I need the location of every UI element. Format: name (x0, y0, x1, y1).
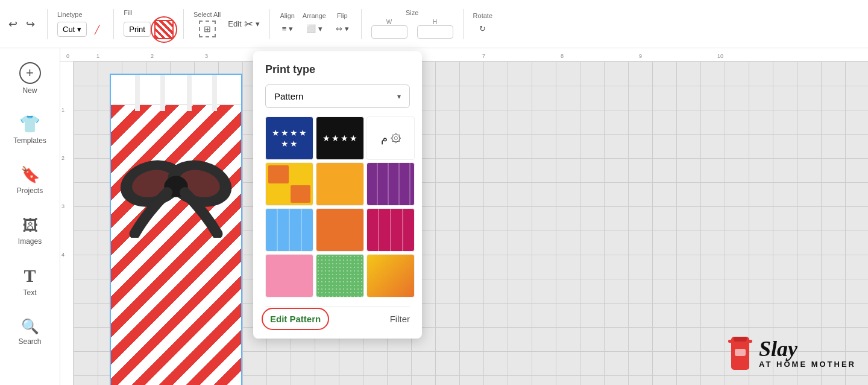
linetype-select[interactable]: Cut ▾ (57, 22, 87, 37)
images-icon: 🖼 (22, 216, 38, 235)
rotate-group: Rotate ↻ (473, 12, 492, 36)
pattern-stars-blue[interactable]: ★ ★ ★ ★ ★ ★ (265, 116, 313, 160)
fill-group: Fill Print (124, 9, 174, 39)
popup-title: Print type (265, 63, 410, 76)
select-all-label: Select All (193, 11, 221, 18)
bag-top (111, 75, 241, 105)
edit-arrow: ▾ (256, 19, 260, 28)
divider-4 (269, 9, 270, 39)
sidebar-item-text[interactable]: T Text (6, 257, 54, 305)
filter-label: Filter (390, 314, 410, 324)
edit-group[interactable]: Edit ✂ ▾ (228, 18, 259, 31)
line-color-icon[interactable]: ╱ (90, 23, 104, 36)
rotate-button[interactable]: ↻ (477, 22, 488, 36)
pattern-blue-lines[interactable] (265, 208, 313, 252)
fill-value: Print (129, 25, 145, 34)
sidebar-images-label: Images (18, 237, 42, 246)
popup-bottom: Edit Pattern Filter (265, 306, 410, 326)
svg-rect-6 (734, 337, 747, 342)
ruler-mark-3: 3 (205, 53, 208, 59)
pattern-green-speckle[interactable] (316, 254, 364, 298)
edit-label: Edit (228, 19, 241, 28)
sidebar-item-new[interactable]: + New (6, 54, 54, 103)
align-button[interactable]: ≡ ▾ (280, 22, 295, 36)
dropdown-arrow-icon: ▾ (397, 92, 401, 101)
projects-icon: 🔖 (20, 165, 40, 184)
sidebar-item-images[interactable]: 🖼 Images (6, 206, 54, 255)
ruler-mark-7: 7 (482, 53, 485, 59)
canvas-area: Slay AT HOME MOTHER (74, 62, 868, 385)
pattern-stars-black[interactable]: ★ ★ ★ ★ (316, 116, 364, 160)
divider-2 (113, 9, 114, 39)
sidebar-new-label: New (22, 86, 37, 95)
sidebar-item-search[interactable]: 🔍 Search (6, 308, 54, 356)
pattern-magenta[interactable] (366, 208, 415, 252)
sidebar-search-label: Search (18, 337, 41, 346)
height-input[interactable] (417, 25, 453, 39)
svg-rect-9 (735, 349, 746, 356)
pattern-arabic[interactable]: ۞ ﻡ (366, 116, 415, 160)
ruler-marks: 0 1 2 3 4 5 6 7 8 9 10 (60, 48, 868, 61)
size-group: Size W H (371, 9, 453, 39)
pattern-yellow-blocks[interactable] (265, 162, 313, 206)
scissors-icon: ✂ (244, 18, 253, 31)
svg-rect-7 (728, 340, 734, 343)
linetype-label: Linetype (57, 11, 83, 18)
flip-button[interactable]: ⇔ ▾ (333, 22, 351, 36)
sidebar-item-templates[interactable]: 👕 Templates (6, 105, 54, 153)
svg-rect-8 (746, 340, 752, 343)
pattern-orange-solid[interactable] (316, 208, 364, 252)
ruler-mark-9: 9 (639, 53, 642, 59)
bag-handle-left (135, 74, 165, 111)
ruler-mark-10: 10 (717, 53, 723, 59)
pattern-purple[interactable] (366, 162, 415, 206)
ruler-vertical: 1 2 3 4 (60, 62, 74, 385)
pattern-pink[interactable] (265, 254, 313, 298)
pattern-dropdown[interactable]: Pattern ▾ (265, 84, 410, 108)
ribbon-svg (117, 141, 235, 238)
size-label: Size (406, 9, 418, 16)
width-input[interactable] (371, 25, 407, 39)
divider-3 (183, 9, 184, 39)
divider-1 (47, 9, 48, 39)
edit-pattern-button[interactable]: Edit Pattern (265, 311, 326, 326)
sidebar-templates-label: Templates (13, 136, 46, 145)
undo-button[interactable]: ↩ (6, 15, 20, 33)
divider-5 (361, 9, 362, 39)
pattern-orange[interactable] (316, 162, 364, 206)
apron-icon (725, 334, 755, 373)
search-icon: 🔍 (21, 318, 39, 335)
design-canvas[interactable] (110, 74, 242, 385)
select-all-icon: ⊞ (199, 21, 216, 37)
logo-slay: Slay (759, 338, 856, 360)
ruler-mark-2: 2 (151, 53, 154, 59)
arrange-button[interactable]: ⬜ ▾ (304, 22, 325, 36)
fill-select[interactable]: Print (124, 22, 151, 37)
filter-button[interactable]: Filter (390, 314, 410, 324)
sidebar-item-projects[interactable]: 🔖 Projects (6, 156, 54, 204)
fill-preview-container[interactable] (154, 20, 174, 39)
linetype-group: Linetype Cut ▾ ╱ (57, 11, 104, 37)
ruler-vmark-1: 1 (61, 107, 64, 113)
logo: Slay AT HOME MOTHER (725, 334, 856, 373)
pattern-gradient-orange[interactable] (366, 254, 415, 298)
ruler-vmark-2: 2 (61, 155, 64, 161)
edit-pattern-label: Edit Pattern (270, 314, 321, 324)
ruler-mark-1: 1 (96, 53, 99, 59)
redo-button[interactable]: ↪ (24, 15, 37, 33)
ruler-horizontal: 0 1 2 3 4 5 6 7 8 9 10 (60, 48, 868, 62)
logo-text: Slay AT HOME MOTHER (759, 338, 856, 369)
flip-label: Flip (337, 12, 348, 19)
sidebar-projects-label: Projects (17, 186, 43, 195)
linetype-value: Cut (63, 25, 75, 34)
width-label: W (386, 19, 392, 25)
fill-color-preview (154, 20, 174, 39)
templates-icon: 👕 (19, 114, 40, 134)
fill-label: Fill (124, 9, 132, 16)
linetype-arrow: ▾ (77, 25, 81, 34)
select-all-group[interactable]: Select All ⊞ (193, 11, 221, 37)
flip-group: Flip ⇔ ▾ (333, 12, 351, 36)
ruler-mark-8: 8 (561, 53, 564, 59)
bag-ribbon (117, 123, 235, 256)
divider-6 (463, 9, 464, 39)
